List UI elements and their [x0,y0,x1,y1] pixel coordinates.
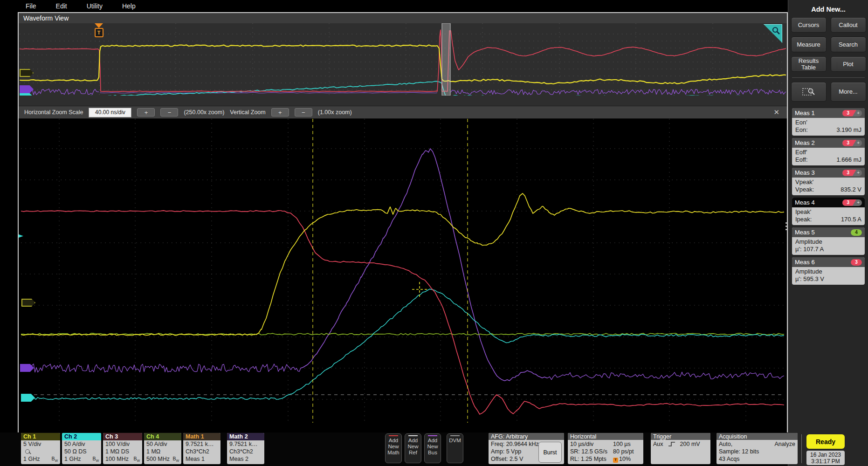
measurement-card[interactable]: Meas 1 3 + Eon' Eon: 3.190 mJ [792,108,865,136]
add-new-title: Add New... [788,0,868,13]
plus-icon: + [856,140,862,145]
measurement-body: Amplitude µ': 107.7 A [792,237,865,255]
main-traces [21,119,784,423]
measurement-card[interactable]: Meas 6 3 Amplitude µ': 595.3 V [792,257,865,285]
measurement-body: Ipeak' Ipeak: 170.5 A [792,207,865,225]
add-new-button[interactable]: Cursors [791,17,827,33]
source-badge: 3 [851,259,862,266]
trigger-position-icon: T [613,458,618,463]
channel-name: Ch 3 [103,433,142,440]
channel-name: Ch 1 [21,433,60,440]
measurement-header: Meas 5 4 [792,227,865,237]
hzoom-plus-button[interactable]: + [137,108,155,116]
divider [801,434,802,463]
add-source-button[interactable]: AddNewRef [405,433,421,463]
plus-icon: + [856,110,862,116]
measurement-name: Meas 4 [795,199,815,206]
measurement-value-label: µ': 107.7 A [795,246,824,253]
panel-drag-handle[interactable] [784,218,788,234]
measurement-body: Amplitude µ': 595.3 V [792,267,865,285]
measurement-label: Ipeak' [795,208,861,216]
measurement-label: Amplitude [795,238,861,246]
afg-title: AFG: Arbitrary [489,433,564,440]
ready-status-button[interactable]: Ready [806,434,845,449]
trigger-marker[interactable]: T [94,23,103,39]
waveform-panel: Waveform View T [18,12,788,432]
measurement-value-label: µ': 595.3 V [795,275,824,283]
measurement-name: Meas 6 [795,259,815,266]
bandwidth-icon: BW [51,456,58,462]
hzoom-title: Horizontal Zoom Scale [24,109,83,116]
add-source-button[interactable]: AddNewMath [385,433,402,463]
panel-button[interactable]: More... [831,82,866,102]
add-new-button[interactable]: Search [831,37,866,52]
measurement-list: Meas 1 3 + Eon' Eon: 3.190 mJ [788,108,868,285]
rising-edge-icon [668,441,675,447]
vzoom-minus-button[interactable]: − [295,108,312,116]
measurement-value: 835.2 V [840,186,861,193]
channel-settings-badge[interactable]: Ch 3 100 V/div 1 MΩ DS 100 MHzBW [103,433,142,464]
trigger-badge[interactable]: Trigger Aux 200 mV [651,433,710,464]
measurement-value: 3.190 mJ [837,126,861,134]
vzoom-factor-label: (1.00x zoom) [318,109,352,116]
waveform-overview[interactable]: T [19,23,787,96]
trigger-source: Aux [653,440,663,448]
add-source-button[interactable]: DVM [447,433,463,463]
afg-badge[interactable]: AFG: Arbitrary Freq: 20.9644 kHz Amp: 5 … [489,433,564,464]
measurement-card[interactable]: Meas 3 3 + Vpeak' Vpeak: 835.2 V [792,168,865,195]
measurement-value-label: Eoff: [795,156,808,164]
measurement-card[interactable]: Meas 5 4 Amplitude µ': 107.7 A [792,227,865,255]
channel-settings-badge[interactable]: Ch 1 5 V/div 1 GHzBW [21,433,60,464]
measurement-value-label: Vpeak: [795,186,814,193]
add-new-button[interactable]: Results Table [791,56,827,72]
vzoom-plus-button[interactable]: + [271,108,289,116]
panel-button[interactable] [791,82,827,102]
channel-name: Math 2 [227,433,264,440]
channel-settings-badge[interactable]: Math 2 9.7521 k… Ch3*Ch2 Meas 2 [227,433,264,464]
measurement-header: Meas 3 3 + [792,168,865,178]
measurement-header: Meas 6 3 [792,257,865,267]
add-source-button[interactable]: AddNewBus [424,433,441,463]
datetime-badge: 16 Jan 2023 3:31:17 PM [806,451,845,465]
measurement-name: Meas 3 [795,169,815,176]
trigger-arrow-icon [95,23,103,28]
right-panel: Add New... CursorsCalloutMeasureSearchRe… [788,0,868,466]
channel-name: Ch 2 [62,433,101,440]
time-label: 3:31:17 PM [811,458,840,465]
channel-settings-badge[interactable]: Ch 2 50 A/div 50 Ω DS 1 GHzBW [62,433,101,464]
zoom-waveform-view[interactable] [19,119,787,423]
measurement-header: Meas 2 3 + [792,138,865,148]
horizontal-title: Horizontal [568,433,643,440]
waveform-view-title: Waveform View [23,14,69,22]
add-new-button[interactable]: Callout [831,17,866,33]
source-badge: 3 + [842,110,862,116]
menu-item[interactable]: File [26,2,36,10]
measurement-body: Eoff' Eoff: 1.666 mJ [792,148,865,165]
source-badge: 3 + [842,140,862,146]
date-label: 16 Jan 2023 [810,452,841,458]
add-new-buttons: CursorsCalloutMeasureSearchResults Table… [788,17,868,72]
acquisition-badge[interactable]: Acquisition Auto, Analyze Sample: 12 bit… [716,433,798,464]
channel-name: Ch 4 [144,433,181,440]
measurement-card[interactable]: Meas 4 3 + Ipeak' Ipeak: 170.5 A [792,198,865,225]
hzoom-scale-input[interactable] [89,108,131,117]
menu-item[interactable]: Utility [87,2,103,10]
hzoom-minus-button[interactable]: − [160,108,178,116]
horizontal-badge[interactable]: Horizontal 10 µs/div 100 µs SR: 12.5 GS/… [568,433,643,464]
plus-icon: + [856,170,862,175]
add-new-button[interactable]: Plot [831,56,866,72]
channel-settings-badge[interactable]: Math 1 9.7521 k… Ch3*Ch2 Meas 1 [183,433,220,464]
menu-item[interactable]: Help [122,2,136,10]
burst-button[interactable]: Burst [538,442,562,463]
trigger-level: 200 mV [680,440,700,448]
add-new-button[interactable]: Measure [791,37,827,52]
menu-item[interactable]: Edit [56,2,67,10]
close-icon[interactable]: ✕ [773,108,781,116]
bandwidth-icon: BW [172,456,179,462]
bandwidth-icon: BW [133,456,140,462]
channel-settings-badge[interactable]: Ch 4 50 A/div 1 MΩ 500 MHzBW [144,433,181,464]
trigger-t-icon: T [95,28,103,37]
oscilloscope-screen: FileEditUtilityHelp Waveform View T [0,0,868,466]
measurement-card[interactable]: Meas 2 3 + Eoff' Eoff: 1.666 mJ [792,138,865,165]
extra-buttons: More... [788,82,868,102]
